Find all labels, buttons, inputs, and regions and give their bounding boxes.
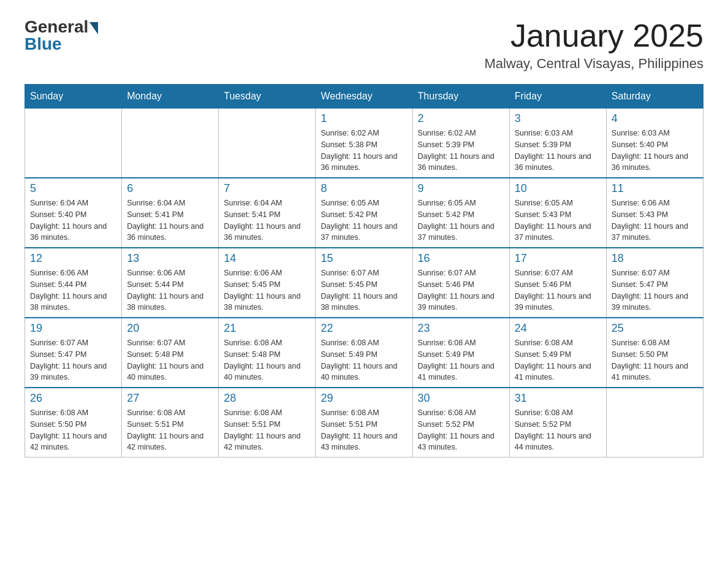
table-row: 18Sunrise: 6:07 AM Sunset: 5:47 PM Dayli… [606,248,703,318]
page-header: General Blue January 2025 Malway, Centra… [25,18,703,72]
col-monday: Monday [122,85,219,109]
day-number: 3 [515,112,601,125]
logo-arrow-icon [89,22,98,34]
day-number: 12 [30,252,116,265]
day-info: Sunrise: 6:08 AM Sunset: 5:48 PM Dayligh… [224,337,310,383]
table-row: 13Sunrise: 6:06 AM Sunset: 5:44 PM Dayli… [122,248,219,318]
calendar-week-row: 19Sunrise: 6:07 AM Sunset: 5:47 PM Dayli… [25,318,703,388]
day-info: Sunrise: 6:07 AM Sunset: 5:47 PM Dayligh… [612,267,698,313]
day-info: Sunrise: 6:08 AM Sunset: 5:51 PM Dayligh… [127,407,213,453]
day-info: Sunrise: 6:08 AM Sunset: 5:52 PM Dayligh… [418,407,504,453]
day-info: Sunrise: 6:04 AM Sunset: 5:41 PM Dayligh… [224,197,310,243]
day-info: Sunrise: 6:07 AM Sunset: 5:47 PM Dayligh… [30,337,116,383]
location-title: Malway, Central Visayas, Philippines [485,56,703,72]
day-info: Sunrise: 6:07 AM Sunset: 5:46 PM Dayligh… [515,267,601,313]
table-row: 1Sunrise: 6:02 AM Sunset: 5:38 PM Daylig… [316,109,412,178]
title-area: January 2025 Malway, Central Visayas, Ph… [485,18,703,72]
day-info: Sunrise: 6:05 AM Sunset: 5:42 PM Dayligh… [320,197,407,243]
day-info: Sunrise: 6:08 AM Sunset: 5:51 PM Dayligh… [224,407,310,453]
col-saturday: Saturday [606,85,703,109]
day-info: Sunrise: 6:07 AM Sunset: 5:45 PM Dayligh… [320,267,407,313]
col-sunday: Sunday [25,85,122,109]
day-number: 24 [515,322,601,335]
col-thursday: Thursday [412,85,509,109]
table-row: 16Sunrise: 6:07 AM Sunset: 5:46 PM Dayli… [412,248,509,318]
day-number: 1 [320,112,407,125]
day-number: 19 [30,322,116,335]
day-info: Sunrise: 6:08 AM Sunset: 5:49 PM Dayligh… [320,337,407,383]
day-number: 22 [320,322,407,335]
calendar-table: Sunday Monday Tuesday Wednesday Thursday… [25,84,703,458]
day-number: 17 [515,252,601,265]
table-row: 5Sunrise: 6:04 AM Sunset: 5:40 PM Daylig… [25,178,122,248]
day-number: 8 [320,182,407,195]
day-number: 28 [224,392,310,405]
table-row [122,109,219,178]
table-row: 20Sunrise: 6:07 AM Sunset: 5:48 PM Dayli… [122,318,219,388]
day-info: Sunrise: 6:08 AM Sunset: 5:51 PM Dayligh… [320,407,407,453]
day-number: 13 [127,252,213,265]
day-number: 11 [612,182,698,195]
day-info: Sunrise: 6:06 AM Sunset: 5:44 PM Dayligh… [30,267,116,313]
table-row: 29Sunrise: 6:08 AM Sunset: 5:51 PM Dayli… [316,388,412,458]
day-number: 29 [320,392,407,405]
day-info: Sunrise: 6:06 AM Sunset: 5:43 PM Dayligh… [612,197,698,243]
day-number: 30 [418,392,504,405]
day-info: Sunrise: 6:08 AM Sunset: 5:50 PM Dayligh… [612,337,698,383]
table-row: 2Sunrise: 6:02 AM Sunset: 5:39 PM Daylig… [412,109,509,178]
table-row: 11Sunrise: 6:06 AM Sunset: 5:43 PM Dayli… [606,178,703,248]
day-info: Sunrise: 6:02 AM Sunset: 5:39 PM Dayligh… [418,128,504,174]
day-number: 9 [418,182,504,195]
table-row: 31Sunrise: 6:08 AM Sunset: 5:52 PM Dayli… [509,388,606,458]
day-info: Sunrise: 6:02 AM Sunset: 5:38 PM Dayligh… [320,128,407,174]
logo-general-text: General [25,17,88,36]
table-row: 9Sunrise: 6:05 AM Sunset: 5:42 PM Daylig… [412,178,509,248]
table-row: 8Sunrise: 6:05 AM Sunset: 5:42 PM Daylig… [316,178,412,248]
table-row: 15Sunrise: 6:07 AM Sunset: 5:45 PM Dayli… [316,248,412,318]
logo-blue-text: Blue [25,34,62,54]
day-info: Sunrise: 6:08 AM Sunset: 5:52 PM Dayligh… [515,407,601,453]
day-info: Sunrise: 6:08 AM Sunset: 5:49 PM Dayligh… [418,337,504,383]
table-row: 12Sunrise: 6:06 AM Sunset: 5:44 PM Dayli… [25,248,122,318]
day-number: 4 [612,112,698,125]
table-row: 30Sunrise: 6:08 AM Sunset: 5:52 PM Dayli… [412,388,509,458]
day-number: 26 [30,392,116,405]
month-title: January 2025 [485,18,703,53]
day-info: Sunrise: 6:08 AM Sunset: 5:49 PM Dayligh… [515,337,601,383]
table-row: 24Sunrise: 6:08 AM Sunset: 5:49 PM Dayli… [509,318,606,388]
day-number: 14 [224,252,310,265]
col-tuesday: Tuesday [219,85,316,109]
table-row [219,109,316,178]
day-info: Sunrise: 6:04 AM Sunset: 5:41 PM Dayligh… [127,197,213,243]
day-info: Sunrise: 6:04 AM Sunset: 5:40 PM Dayligh… [30,197,116,243]
calendar-week-row: 5Sunrise: 6:04 AM Sunset: 5:40 PM Daylig… [25,178,703,248]
col-friday: Friday [509,85,606,109]
day-number: 15 [320,252,407,265]
day-info: Sunrise: 6:03 AM Sunset: 5:39 PM Dayligh… [515,128,601,174]
day-info: Sunrise: 6:07 AM Sunset: 5:46 PM Dayligh… [418,267,504,313]
day-number: 31 [515,392,601,405]
table-row: 21Sunrise: 6:08 AM Sunset: 5:48 PM Dayli… [219,318,316,388]
calendar-week-row: 26Sunrise: 6:08 AM Sunset: 5:50 PM Dayli… [25,388,703,458]
day-number: 20 [127,322,213,335]
day-info: Sunrise: 6:05 AM Sunset: 5:43 PM Dayligh… [515,197,601,243]
day-info: Sunrise: 6:08 AM Sunset: 5:50 PM Dayligh… [30,407,116,453]
table-row: 14Sunrise: 6:06 AM Sunset: 5:45 PM Dayli… [219,248,316,318]
day-number: 23 [418,322,504,335]
day-number: 27 [127,392,213,405]
day-info: Sunrise: 6:03 AM Sunset: 5:40 PM Dayligh… [612,128,698,174]
table-row: 7Sunrise: 6:04 AM Sunset: 5:41 PM Daylig… [219,178,316,248]
table-row [25,109,122,178]
day-number: 10 [515,182,601,195]
calendar-week-row: 1Sunrise: 6:02 AM Sunset: 5:38 PM Daylig… [25,109,703,178]
logo: General Blue [25,18,98,54]
day-info: Sunrise: 6:06 AM Sunset: 5:45 PM Dayligh… [224,267,310,313]
day-number: 2 [418,112,504,125]
day-number: 25 [612,322,698,335]
table-row: 4Sunrise: 6:03 AM Sunset: 5:40 PM Daylig… [606,109,703,178]
table-row: 27Sunrise: 6:08 AM Sunset: 5:51 PM Dayli… [122,388,219,458]
table-row: 17Sunrise: 6:07 AM Sunset: 5:46 PM Dayli… [509,248,606,318]
day-number: 16 [418,252,504,265]
table-row: 6Sunrise: 6:04 AM Sunset: 5:41 PM Daylig… [122,178,219,248]
day-number: 5 [30,182,116,195]
